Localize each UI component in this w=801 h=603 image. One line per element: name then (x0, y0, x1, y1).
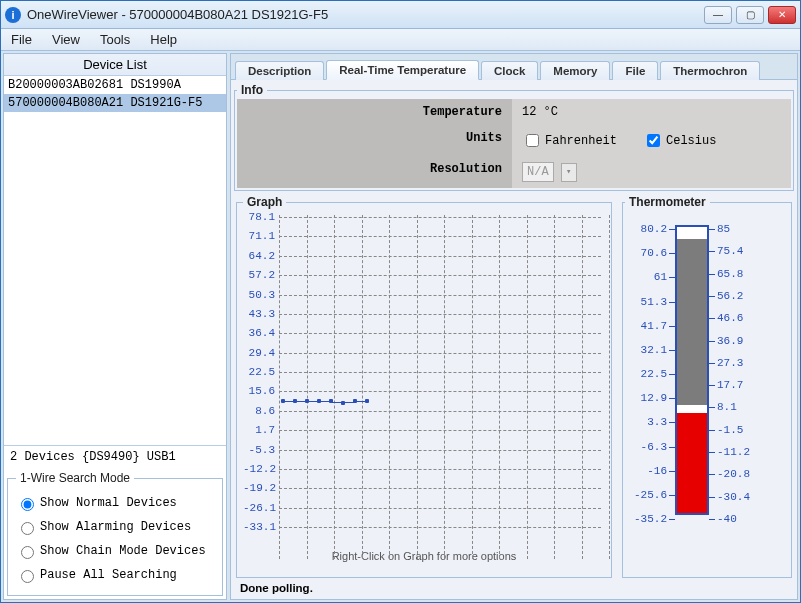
checkbox-celsius-input[interactable] (647, 134, 660, 147)
thermometer-left-tick: 61 (625, 271, 667, 283)
graph-gridline-v (444, 215, 445, 559)
radio-show-normal-input[interactable] (21, 498, 34, 511)
resolution-select[interactable]: N/A (522, 162, 554, 182)
window-title: OneWireViewer - 570000004B080A21 DS1921G… (27, 7, 704, 22)
menu-help[interactable]: Help (140, 29, 187, 50)
graph-gridline-v (609, 215, 610, 559)
radio-label: Show Alarming Devices (40, 520, 191, 534)
thermometer-tick-mark (669, 422, 675, 423)
checkbox-fahrenheit-input[interactable] (526, 134, 539, 147)
graph-gridline-v (362, 215, 363, 559)
graph-gridline-h (279, 391, 601, 392)
thermometer-tick-mark (669, 519, 675, 520)
graph-gridline-v (554, 215, 555, 559)
thermometer-upper-bar (677, 239, 707, 405)
radio-show-chain[interactable]: Show Chain Mode Devices (16, 539, 214, 563)
tab-clock[interactable]: Clock (481, 61, 538, 80)
graph-data-segment (343, 402, 355, 403)
menubar: File View Tools Help (1, 29, 800, 51)
menu-tools[interactable]: Tools (90, 29, 140, 50)
units-cell: Fahrenheit Celsius (512, 125, 791, 156)
graph-y-tick: 8.6 (243, 405, 275, 417)
graph-gridline-v (417, 215, 418, 559)
radio-pause-all-input[interactable] (21, 570, 34, 583)
maximize-button[interactable]: ▢ (736, 6, 764, 24)
thermometer-tick-mark (709, 363, 715, 364)
graph-y-tick: 22.5 (243, 366, 275, 378)
thermometer-tick-mark (669, 277, 675, 278)
device-row[interactable]: 570000004B080A21 DS1921G-F5 (4, 94, 226, 112)
thermometer-right-tick: 27.3 (717, 357, 743, 369)
main-panel: Description Real-Time Temperature Clock … (230, 53, 798, 600)
thermometer-right-tick: 56.2 (717, 290, 743, 302)
radio-show-alarming[interactable]: Show Alarming Devices (16, 515, 214, 539)
temperature-label: Temperature (237, 99, 512, 125)
graph-canvas[interactable]: Right-Click on Graph for more options 78… (243, 213, 605, 573)
graph-y-tick: 43.3 (243, 308, 275, 320)
sidebar: Device List B20000003AB02681 DS1990A 570… (3, 53, 227, 600)
temperature-value: 12 °C (512, 99, 791, 125)
graph-gridline-v (499, 215, 500, 559)
radio-label: Show Normal Devices (40, 496, 177, 510)
graph-gridline-v (334, 215, 335, 559)
graph-gridline-v (582, 215, 583, 559)
thermometer-frame (675, 225, 709, 515)
checkbox-label: Celsius (666, 134, 716, 148)
status-text: Done polling. (234, 578, 794, 596)
minimize-button[interactable]: — (704, 6, 732, 24)
graph-data-segment (307, 401, 319, 402)
checkbox-label: Fahrenheit (545, 134, 617, 148)
graph-y-tick: 36.4 (243, 327, 275, 339)
tab-description[interactable]: Description (235, 61, 324, 80)
thermometer-right-tick: 46.6 (717, 312, 743, 324)
tab-bar: Description Real-Time Temperature Clock … (231, 54, 797, 80)
graph-y-tick: 57.2 (243, 269, 275, 281)
menu-file[interactable]: File (1, 29, 42, 50)
graph-gridline-h (279, 353, 601, 354)
info-icon: i (5, 7, 21, 23)
thermometer-tick-mark (669, 471, 675, 472)
radio-pause-all[interactable]: Pause All Searching (16, 563, 214, 587)
graph-group[interactable]: Graph Right-Click on Graph for more opti… (236, 195, 612, 578)
tab-file[interactable]: File (612, 61, 658, 80)
graph-y-tick: 71.1 (243, 230, 275, 242)
resolution-label: Resolution (237, 156, 512, 188)
thermometer-left-tick: 41.7 (625, 320, 667, 332)
search-mode-group: 1-Wire Search Mode Show Normal Devices S… (7, 471, 223, 596)
graph-gridline-h (279, 508, 601, 509)
tab-realtime-temp[interactable]: Real-Time Temperature (326, 60, 479, 80)
thermometer-right-tick: 8.1 (717, 401, 737, 413)
close-button[interactable]: ✕ (768, 6, 796, 24)
radio-show-alarming-input[interactable] (21, 522, 34, 535)
tab-thermochron[interactable]: Thermochron (660, 61, 760, 80)
units-label: Units (237, 125, 512, 156)
graph-data-segment (319, 401, 331, 402)
device-list[interactable]: B20000003AB02681 DS1990A 570000004B080A2… (4, 76, 226, 445)
graph-hint: Right-Click on Graph for more options (243, 550, 605, 562)
graph-gridline-v (472, 215, 473, 559)
thermometer-left-tick: 70.6 (625, 247, 667, 259)
thermometer-group: Thermometer 80.270.66151.341.732.122.512… (622, 195, 792, 578)
graph-gridline-h (279, 275, 601, 276)
checkbox-fahrenheit[interactable]: Fahrenheit (522, 131, 617, 150)
thermometer-left-tick: 12.9 (625, 392, 667, 404)
tab-memory[interactable]: Memory (540, 61, 610, 80)
graph-gridline-h (279, 411, 601, 412)
graph-y-tick: -26.1 (243, 502, 275, 514)
thermometer-right-tick: 75.4 (717, 245, 743, 257)
thermometer-tick-mark (709, 229, 715, 230)
thermometer-left-tick: -6.3 (625, 441, 667, 453)
graph-gridline-h (279, 256, 601, 257)
checkbox-celsius[interactable]: Celsius (643, 131, 716, 150)
radio-show-normal[interactable]: Show Normal Devices (16, 491, 214, 515)
menu-view[interactable]: View (42, 29, 90, 50)
graph-legend: Graph (243, 195, 286, 209)
device-row[interactable]: B20000003AB02681 DS1990A (4, 76, 226, 94)
thermometer-right-tick: 85 (717, 223, 730, 235)
graph-gridline-h (279, 217, 601, 218)
radio-show-chain-input[interactable] (21, 546, 34, 559)
graph-y-tick: 64.2 (243, 250, 275, 262)
thermometer-tick-mark (709, 296, 715, 297)
info-legend: Info (237, 83, 267, 97)
chevron-down-icon[interactable]: ▾ (561, 163, 577, 182)
